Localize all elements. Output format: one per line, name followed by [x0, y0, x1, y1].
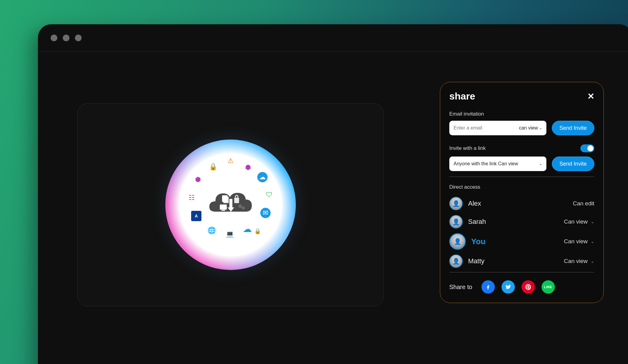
- person-permission-value: Can edit: [573, 200, 594, 207]
- facebook-icon[interactable]: [481, 280, 495, 294]
- svg-rect-5: [222, 195, 228, 202]
- chevron-down-icon: ⌄: [539, 126, 542, 130]
- svg-rect-3: [221, 210, 225, 211]
- share-to-row: Share to LINE: [449, 280, 594, 294]
- padlock-small-icon: 🔒: [252, 226, 263, 236]
- link-permission-dropdown[interactable]: Anyone with the link Can view ⌄: [449, 157, 546, 171]
- person-permission-dropdown[interactable]: Can view⌄: [564, 258, 594, 265]
- line-icon[interactable]: LINE: [542, 280, 555, 294]
- link-permission-value: Anyone with the link Can view: [454, 161, 518, 167]
- person-permission-value: Can view: [564, 238, 588, 245]
- chevron-down-icon: ⌄: [539, 162, 542, 166]
- window-control-close[interactable]: [51, 35, 57, 41]
- window-control-zoom[interactable]: [75, 35, 82, 41]
- svg-rect-0: [229, 199, 232, 208]
- person-row: 👤YouCan view⌄: [449, 231, 594, 252]
- avatar: 👤: [449, 215, 463, 228]
- person-name: You: [471, 237, 485, 246]
- security-badge-icon: A: [191, 211, 201, 221]
- email-permission-value: can view: [519, 125, 538, 131]
- person-name: Alex: [468, 200, 481, 207]
- person-row: 👤AlexCan edit: [449, 194, 594, 213]
- person-permission-value: Can view: [564, 258, 588, 265]
- hex-cloud-icon: ⬢: [193, 174, 203, 185]
- warning-icon: ⚠: [225, 156, 236, 166]
- titlebar: [38, 24, 628, 52]
- email-input[interactable]: [454, 125, 519, 131]
- person-name: Matty: [468, 257, 485, 265]
- person-permission-dropdown[interactable]: Can view⌄: [564, 218, 594, 225]
- share-panel: share ✕ Email invitation can view ⌄ Send…: [440, 82, 604, 303]
- link-toggle[interactable]: [580, 144, 594, 152]
- chevron-down-icon: ⌄: [591, 219, 594, 224]
- email-invitation-label: Email invitation: [449, 111, 594, 117]
- email-field-wrapper: can view ⌄: [449, 121, 546, 135]
- chevron-down-icon: ⌄: [591, 239, 594, 244]
- person-name: Sarah: [468, 218, 486, 226]
- person-row: 👤SarahCan view⌄: [449, 213, 594, 231]
- avatar: 👤: [449, 197, 463, 210]
- padlock-icon: 🔒: [208, 162, 218, 172]
- cloud-small-icon: ☁: [242, 224, 252, 234]
- pinterest-icon[interactable]: [522, 280, 535, 294]
- avatar: 👤: [449, 233, 466, 250]
- close-icon[interactable]: ✕: [587, 92, 594, 101]
- svg-point-8: [242, 207, 245, 210]
- svg-rect-2: [220, 204, 227, 210]
- svg-rect-6: [234, 198, 239, 203]
- person-permission-dropdown[interactable]: Can view⌄: [564, 238, 594, 245]
- twitter-icon[interactable]: [501, 280, 515, 294]
- cloud-security-graphic: ⚠ 🔒 ⬢ ⬢ ☁ 🛡 ☷ A ✉ 🌐 💻 ☁ 🔒: [165, 140, 296, 270]
- laptop-search-icon: 💻: [225, 229, 235, 239]
- mail-icon: ✉: [260, 208, 271, 218]
- avatar: 👤: [449, 254, 463, 268]
- hex-user-icon: ⬢: [243, 162, 253, 173]
- send-link-invite-button[interactable]: Send Invite: [552, 157, 594, 171]
- cloud-badge-icon: ☁: [257, 172, 268, 182]
- shield-icon: 🛡: [264, 190, 274, 200]
- share-title: share: [449, 91, 475, 102]
- app-window: ⚠ 🔒 ⬢ ⬢ ☁ 🛡 ☷ A ✉ 🌐 💻 ☁ 🔒 sh: [38, 24, 628, 364]
- content-area: ⚠ 🔒 ⬢ ⬢ ☁ 🛡 ☷ A ✉ 🌐 💻 ☁ 🔒 sh: [38, 52, 628, 364]
- direct-access-label: Direct access: [449, 184, 594, 190]
- invite-link-label: Invite with a link: [449, 145, 486, 151]
- direct-access-list: 👤AlexCan edit👤SarahCan view⌄👤YouCan view…: [449, 194, 594, 270]
- window-control-minimize[interactable]: [63, 35, 69, 41]
- svg-point-7: [238, 204, 242, 208]
- email-permission-dropdown[interactable]: can view ⌄: [519, 125, 542, 131]
- server-icon: ☷: [187, 193, 197, 203]
- cloud-icon: [203, 187, 258, 221]
- send-invite-button[interactable]: Send Invite: [552, 121, 594, 135]
- person-row: 👤MattyCan view⌄: [449, 252, 594, 270]
- divider: [449, 177, 594, 177]
- chevron-down-icon: ⌄: [591, 259, 594, 264]
- globe-icon: 🌐: [206, 225, 217, 236]
- share-to-label: Share to: [449, 284, 472, 291]
- divider: [449, 272, 594, 272]
- person-permission-value: Can view: [564, 218, 588, 225]
- preview-card: ⚠ 🔒 ⬢ ⬢ ☁ 🛡 ☷ A ✉ 🌐 💻 ☁ 🔒: [77, 103, 384, 306]
- person-permission-dropdown: Can edit: [573, 200, 594, 207]
